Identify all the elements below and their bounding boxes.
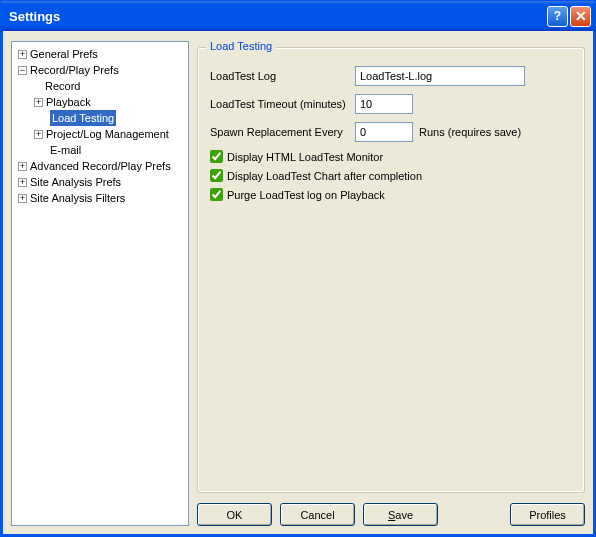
tree-item-site-analysis-filters[interactable]: + Site Analysis Filters (14, 190, 186, 206)
help-button[interactable]: ? (547, 6, 568, 27)
close-button[interactable]: ✕ (570, 6, 591, 27)
tree-label: Record/Play Prefs (30, 62, 119, 78)
expand-icon[interactable]: + (18, 178, 27, 187)
loadtest-timeout-label: LoadTest Timeout (minutes) (210, 98, 355, 110)
row-cb-purge: Purge LoadTest log on Playback (210, 188, 572, 201)
tree-item-project-log[interactable]: + Project/Log Management (14, 126, 186, 142)
ok-button[interactable]: OK (197, 503, 272, 526)
loadtest-log-label: LoadTest Log (210, 70, 355, 82)
collapse-icon[interactable]: − (18, 66, 27, 75)
tree-label-selected: Load Testing (50, 110, 116, 126)
save-button[interactable]: Save (363, 503, 438, 526)
load-testing-group: Load Testing LoadTest Log LoadTest Timeo… (197, 47, 585, 493)
purge-log-label: Purge LoadTest log on Playback (227, 189, 385, 201)
tree-item-advanced-prefs[interactable]: + Advanced Record/Play Prefs (14, 158, 186, 174)
row-cb-monitor: Display HTML LoadTest Monitor (210, 150, 572, 163)
nav-tree[interactable]: + General Prefs − Record/Play Prefs Reco… (11, 41, 189, 526)
row-spawn: Spawn Replacement Every Runs (requires s… (210, 122, 572, 142)
loadtest-log-input[interactable] (355, 66, 525, 86)
button-row: OK Cancel Save Profiles (197, 493, 585, 526)
tree-item-playback[interactable]: + Playback (14, 94, 186, 110)
content-area: + General Prefs − Record/Play Prefs Reco… (1, 31, 595, 536)
cancel-button[interactable]: Cancel (280, 503, 355, 526)
tree-item-general-prefs[interactable]: + General Prefs (14, 46, 186, 62)
tree-label: General Prefs (30, 46, 98, 62)
profiles-button[interactable]: Profiles (510, 503, 585, 526)
right-panel: Load Testing LoadTest Log LoadTest Timeo… (197, 41, 585, 526)
tree-item-email[interactable]: E-mail (14, 142, 186, 158)
expand-icon[interactable]: + (34, 130, 43, 139)
purge-log-checkbox[interactable] (210, 188, 223, 201)
expand-icon[interactable]: + (18, 194, 27, 203)
spawn-suffix: Runs (requires save) (419, 126, 521, 138)
group-title: Load Testing (206, 40, 276, 52)
tree-label: Playback (46, 94, 91, 110)
window-title: Settings (9, 9, 545, 24)
row-loadtest-timeout: LoadTest Timeout (minutes) (210, 94, 572, 114)
tree-label: Record (45, 78, 80, 94)
row-loadtest-log: LoadTest Log (210, 66, 572, 86)
close-icon: ✕ (575, 8, 587, 24)
expand-icon[interactable]: + (18, 162, 27, 171)
tree-label: Site Analysis Prefs (30, 174, 121, 190)
expand-icon[interactable]: + (34, 98, 43, 107)
tree-label: E-mail (50, 142, 81, 158)
tree-item-site-analysis-prefs[interactable]: + Site Analysis Prefs (14, 174, 186, 190)
tree-item-record[interactable]: Record (14, 78, 186, 94)
display-monitor-checkbox[interactable] (210, 150, 223, 163)
tree-label: Advanced Record/Play Prefs (30, 158, 171, 174)
tree-item-load-testing[interactable]: Load Testing (14, 110, 186, 126)
loadtest-timeout-input[interactable] (355, 94, 413, 114)
spawn-label: Spawn Replacement Every (210, 126, 355, 138)
tree-item-record-play-prefs[interactable]: − Record/Play Prefs (14, 62, 186, 78)
titlebar: Settings ? ✕ (1, 1, 595, 31)
display-chart-label: Display LoadTest Chart after completion (227, 170, 422, 182)
display-monitor-label: Display HTML LoadTest Monitor (227, 151, 383, 163)
expand-icon[interactable]: + (18, 50, 27, 59)
row-cb-chart: Display LoadTest Chart after completion (210, 169, 572, 182)
settings-window: Settings ? ✕ + General Prefs − Record/Pl… (0, 0, 596, 537)
tree-label: Project/Log Management (46, 126, 169, 142)
spawn-input[interactable] (355, 122, 413, 142)
tree-label: Site Analysis Filters (30, 190, 125, 206)
display-chart-checkbox[interactable] (210, 169, 223, 182)
